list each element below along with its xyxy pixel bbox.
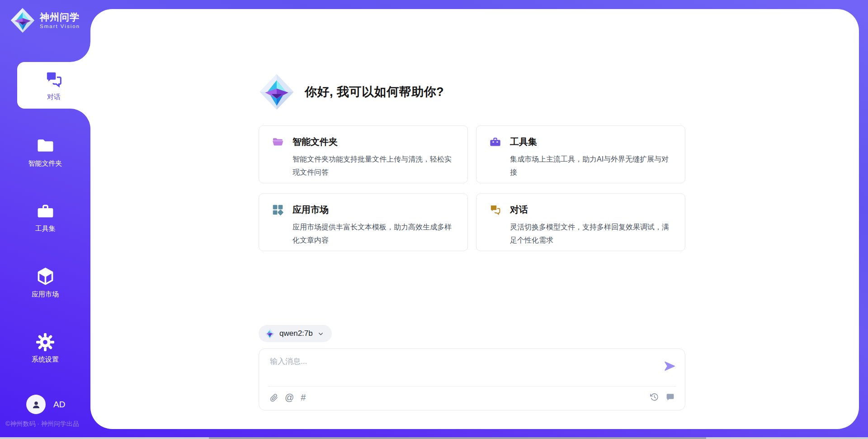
folder-icon <box>36 136 55 155</box>
history-icon <box>650 392 659 402</box>
model-selector-value: qwen2:7b <box>279 329 313 338</box>
greeting-title: 你好, 我可以如何帮助你? <box>305 84 444 100</box>
sidebar: 神州问学 Smart Vision 对话 智能文件夹 工具集 应用市场 系统设置… <box>0 0 90 439</box>
mention-button[interactable]: @ <box>285 392 294 403</box>
user-profile[interactable]: AD <box>26 395 65 414</box>
sidebar-item-app-market[interactable]: 应用市场 <box>0 263 90 301</box>
sidebar-item-label: 对话 <box>47 93 61 101</box>
topic-button[interactable]: # <box>301 392 306 403</box>
brand-logo-icon <box>10 7 35 33</box>
sidebar-item-label: 工具集 <box>35 224 56 233</box>
card-toolset[interactable]: 工具集 集成市场上主流工具，助力AI与外界无缝扩展与对接 <box>476 125 685 183</box>
send-icon[interactable] <box>663 360 676 372</box>
sidebar-item-chat[interactable]: 对话 <box>17 65 90 106</box>
greeting-block: 你好, 我可以如何帮助你? <box>259 73 444 111</box>
history-button[interactable] <box>650 392 659 402</box>
app-logo-icon <box>259 73 295 111</box>
sidebar-item-label: 应用市场 <box>32 290 59 299</box>
chevron-down-icon <box>317 330 324 337</box>
chat-bubble-icon <box>665 392 675 402</box>
card-smart-folder[interactable]: 智能文件夹 智能文件夹功能支持批量文件上传与清洗，轻松实现文件问答 <box>259 125 468 183</box>
model-selector[interactable]: qwen2:7b <box>259 325 332 342</box>
sidebar-item-smart-folder[interactable]: 智能文件夹 <box>0 133 90 171</box>
sidebar-item-toolset[interactable]: 工具集 <box>0 198 90 236</box>
toolbox-icon <box>36 202 55 220</box>
sidebar-item-label: 智能文件夹 <box>28 159 62 168</box>
copyright-footer: ©神州数码 · 神州问学出品 <box>5 420 79 428</box>
sidebar-item-settings[interactable]: 系统设置 <box>0 329 90 367</box>
horizontal-scrollbar-thumb[interactable] <box>209 437 706 439</box>
brand-block: 神州问学 Smart Vision <box>10 7 80 33</box>
feature-cards: 智能文件夹 智能文件夹功能支持批量文件上传与清洗，轻松实现文件问答 工具集 集成… <box>259 125 685 251</box>
brand-subtitle: Smart Vision <box>40 24 80 29</box>
gear-icon <box>36 333 54 351</box>
sidebar-item-label: 系统设置 <box>32 355 59 364</box>
brand-name: 神州问学 <box>40 12 80 23</box>
grid-icon <box>272 204 284 216</box>
card-description: 应用市场提供丰富长文本模板，助力高效生成多样化文章内容 <box>292 220 457 247</box>
avatar <box>26 395 46 414</box>
card-title: 工具集 <box>510 136 537 148</box>
attach-file-button[interactable] <box>270 394 278 402</box>
card-description: 灵活切换多模型文件，支持多样回复效果调试，满足个性化需求 <box>510 220 674 247</box>
card-description: 集成市场上主流工具，助力AI与外界无缝扩展与对接 <box>510 153 674 179</box>
toolbox-icon <box>489 136 501 148</box>
main-panel: 你好, 我可以如何帮助你? 智能文件夹 智能文件夹功能支持批量文件上传与清洗，轻… <box>90 9 859 429</box>
message-composer: @ # <box>259 348 685 410</box>
person-icon <box>30 399 42 410</box>
chat-icon <box>489 204 501 216</box>
paperclip-icon <box>270 394 278 402</box>
card-chat[interactable]: 对话 灵活切换多模型文件，支持多样回复效果调试，满足个性化需求 <box>476 193 685 251</box>
card-title: 对话 <box>510 204 528 216</box>
tab-fillet-top <box>70 42 90 62</box>
chat-icon <box>44 70 63 89</box>
card-title: 智能文件夹 <box>292 136 338 148</box>
feedback-button[interactable] <box>665 392 675 402</box>
user-name: AD <box>53 400 65 410</box>
tab-fillet-bottom <box>70 109 90 129</box>
cube-icon <box>36 267 55 286</box>
model-logo-icon <box>264 328 275 339</box>
card-app-market[interactable]: 应用市场 应用市场提供丰富长文本模板，助力高效生成多样化文章内容 <box>259 193 468 251</box>
composer-divider <box>268 386 676 387</box>
message-input[interactable] <box>270 356 659 382</box>
card-title: 应用市场 <box>292 204 329 216</box>
folder-open-icon <box>272 136 284 148</box>
card-description: 智能文件夹功能支持批量文件上传与清洗，轻松实现文件问答 <box>292 153 457 179</box>
